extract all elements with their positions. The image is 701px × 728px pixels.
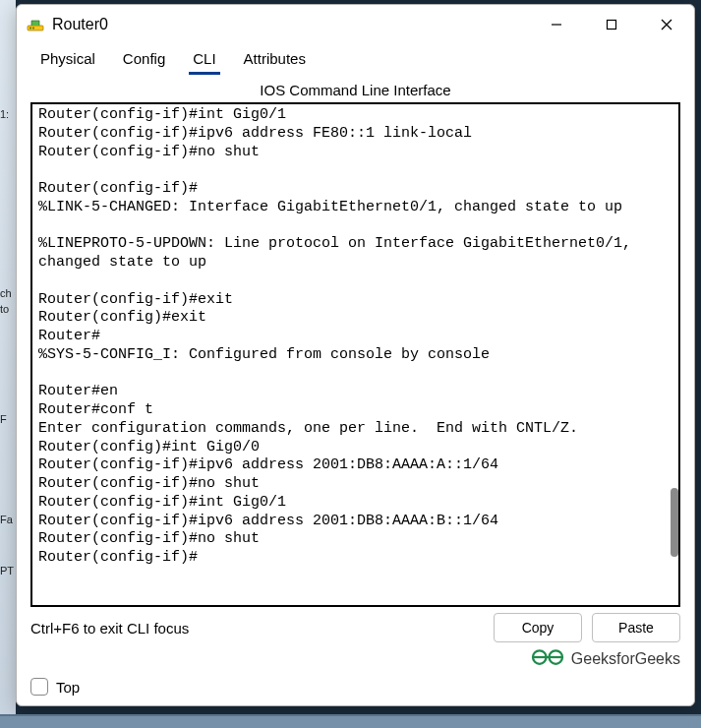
tab-physical[interactable]: Physical <box>27 44 109 75</box>
bg-text: F <box>0 413 16 425</box>
tab-bar: Physical Config CLI Attributes <box>17 44 694 76</box>
cli-footer-row: Ctrl+F6 to exit CLI focus Copy Paste <box>17 607 694 646</box>
maximize-button[interactable] <box>584 5 639 44</box>
bottom-row: Top <box>17 674 694 705</box>
bg-text: Fa <box>0 514 16 525</box>
router-icon <box>27 16 44 33</box>
bg-text: PT <box>0 565 16 576</box>
top-checkbox[interactable] <box>30 678 48 696</box>
scrollbar-thumb[interactable] <box>671 488 678 557</box>
geeksforgeeks-logo-icon <box>530 646 565 672</box>
bg-footer-stripe <box>0 714 701 728</box>
cli-hint: Ctrl+F6 to exit CLI focus <box>30 620 484 637</box>
window-controls <box>529 5 694 44</box>
app-window: Router0 Physical Config CLI Attributes I… <box>16 4 695 706</box>
minimize-button[interactable] <box>529 5 584 44</box>
terminal-container: Router(config-if)#int Gig0/1 Router(conf… <box>30 102 680 607</box>
titlebar: Router0 <box>17 5 694 44</box>
cli-terminal[interactable]: Router(config-if)#int Gig0/1 Router(conf… <box>30 102 680 607</box>
top-label: Top <box>56 679 80 696</box>
tab-attributes[interactable]: Attributes <box>230 44 320 75</box>
cli-heading: IOS Command Line Interface <box>17 76 694 102</box>
copy-button[interactable]: Copy <box>494 613 582 642</box>
branding-row: GeeksforGeeks <box>17 646 694 674</box>
tab-config[interactable]: Config <box>109 44 179 75</box>
bg-text: ch <box>0 287 16 299</box>
bg-text: to <box>0 303 16 315</box>
background-blur: 1: ch to F Fa PT <box>0 0 16 728</box>
svg-rect-4 <box>608 21 616 30</box>
close-button[interactable] <box>639 5 694 44</box>
paste-button[interactable]: Paste <box>592 613 680 642</box>
bg-text: 1: <box>0 108 16 120</box>
tab-cli[interactable]: CLI <box>179 44 229 75</box>
svg-point-2 <box>32 28 34 30</box>
window-title: Router0 <box>52 16 529 33</box>
geeksforgeeks-logo-text: GeeksforGeeks <box>571 650 680 668</box>
svg-point-1 <box>29 28 31 30</box>
